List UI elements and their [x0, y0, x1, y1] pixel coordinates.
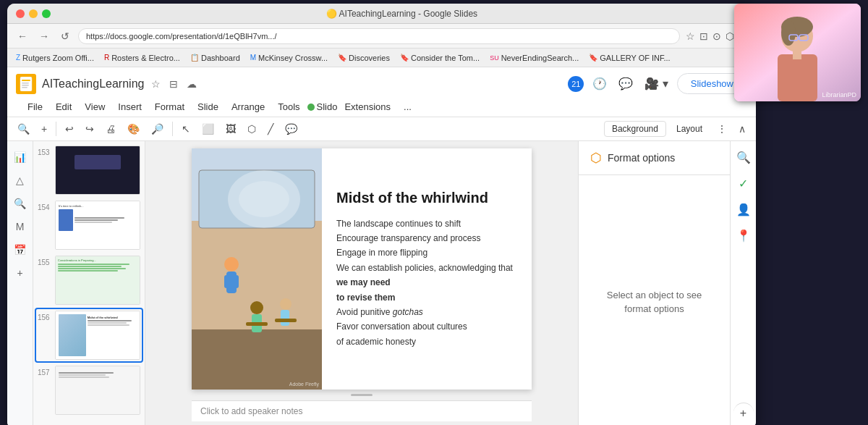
bookmark-rosters[interactable]: R Rosters & Electro... — [101, 52, 183, 64]
thumb-157-content — [56, 366, 140, 414]
maps-button[interactable]: 📍 — [733, 225, 754, 245]
toolbar: 🔍 + ↩ ↪ 🖨 🎨 🔎 ↖ ⬜ 🖼 ⬡ ╱ 💬 Background Lay… — [7, 117, 756, 141]
bookmark-rosters-icon: R — [104, 54, 109, 62]
more-options-button[interactable]: ⋮ — [712, 120, 731, 138]
add-slide-button[interactable]: + — [36, 419, 142, 425]
bookmark-never[interactable]: SU NeverEndingSearch... — [487, 52, 582, 64]
present-button[interactable]: 🎥 ▾ — [642, 74, 671, 93]
app-title-row: AITeachingLearning ☆ ⊟ ☁ 21 🕐 💬 🎥 ▾ Slid… — [16, 70, 747, 97]
back-button[interactable]: ← — [14, 29, 30, 43]
slide-thumbnail-153[interactable]: 153 — [36, 144, 142, 196]
print-button[interactable]: 🖨 — [101, 120, 120, 138]
menu-arrange[interactable]: Arrange — [226, 98, 271, 115]
drive-button[interactable]: ⊟ — [168, 77, 179, 91]
traffic-lights — [16, 9, 51, 18]
bookmark-icon[interactable]: ⊡ — [699, 30, 708, 42]
bookmark-gallery[interactable]: 🔖 GALLERY OF INF... — [586, 52, 673, 64]
comments-button[interactable]: 💬 — [616, 74, 636, 93]
thumb-155-content: Considerations in Preparing... — [56, 256, 140, 304]
bookmark-discoveries-label: Discoveries — [349, 54, 390, 62]
sidebar-tool-sheets[interactable]: 📊 — [10, 147, 30, 167]
layout-button[interactable]: Layout — [669, 122, 710, 136]
add-button[interactable]: + — [37, 120, 51, 138]
slido-button[interactable]: Slido — [307, 101, 338, 112]
text-box-button[interactable]: ⬜ — [197, 120, 218, 138]
close-window-btn[interactable] — [16, 9, 25, 18]
star-doc-button[interactable]: ☆ — [150, 77, 162, 91]
extensions-icon[interactable]: ⬡ — [726, 30, 734, 42]
sidebar-tool-search[interactable]: 🔍 — [10, 193, 30, 214]
cloud-button[interactable]: ☁ — [185, 77, 198, 91]
menu-format[interactable]: Format — [149, 98, 190, 115]
collapse-button[interactable]: ∧ — [734, 120, 750, 138]
explore-button[interactable]: 🔍 — [733, 147, 754, 167]
svg-point-15 — [250, 301, 263, 314]
menu-more[interactable]: ... — [398, 98, 417, 115]
contacts-button[interactable]: 👤 — [733, 199, 754, 219]
format-panel: ⬡ Format options Select an object to see… — [578, 141, 730, 425]
svg-rect-29 — [793, 51, 801, 59]
slide-thumb-img-153 — [55, 146, 140, 195]
slide-thumbnail-155[interactable]: 155 Considerations in Preparing... — [36, 254, 142, 306]
svg-point-17 — [280, 298, 292, 310]
background-button[interactable]: Background — [604, 121, 666, 137]
slide-thumbnail-154[interactable]: 154 It's time to rethink... — [36, 199, 142, 251]
history-icon[interactable]: ⊙ — [712, 30, 721, 42]
webcam-overlay: LibrarianPD — [734, 4, 861, 101]
comment-button[interactable]: 💬 — [281, 120, 302, 138]
zoom-button[interactable]: 🔎 — [147, 120, 168, 138]
star-icon[interactable]: ☆ — [686, 30, 695, 42]
title-bar: 🟡 AITeachingLearning - Google Slides — [7, 4, 756, 24]
menu-tools[interactable]: Tools — [272, 98, 305, 115]
divider-1 — [56, 122, 56, 136]
undo-button[interactable]: ↩ — [61, 120, 78, 138]
bookmark-discoveries[interactable]: 🔖 Discoveries — [335, 52, 393, 64]
minimize-window-btn[interactable] — [29, 9, 38, 18]
maximize-window-btn[interactable] — [42, 9, 51, 18]
sidebar-tool-calendar[interactable]: 📅 — [10, 240, 30, 260]
bookmark-dashboard-icon: 📋 — [190, 54, 199, 62]
line-button[interactable]: ╱ — [263, 120, 278, 138]
paint-format-button[interactable]: 🎨 — [123, 120, 144, 138]
slide-canvas[interactable]: Adobe Firefly Midst of the whirlwind The… — [192, 148, 532, 390]
sidebar-tool-gmail[interactable]: M — [10, 216, 30, 237]
shape-button[interactable]: ⬡ — [243, 120, 260, 138]
sidebar-tool-drive[interactable]: △ — [10, 170, 30, 190]
slide-thumbnail-156[interactable]: 156 Midst of the whirlwind — [36, 309, 142, 361]
menu-extensions[interactable]: Extensions — [339, 98, 396, 115]
speaker-notes[interactable]: Click to add speaker notes — [192, 400, 532, 421]
tasks-button[interactable]: ✓ — [733, 173, 754, 193]
slides-app: AITeachingLearning ☆ ⊟ ☁ 21 🕐 💬 🎥 ▾ Slid… — [7, 67, 756, 425]
menu-file[interactable]: File — [22, 98, 48, 115]
sidebar-tool-add[interactable]: + — [10, 263, 30, 283]
svg-rect-19 — [246, 322, 268, 326]
forward-button[interactable]: → — [36, 29, 52, 43]
url-input[interactable]: https://docs.google.com/presentation/d/1… — [78, 28, 680, 44]
select-button[interactable]: ↖ — [177, 120, 195, 138]
bookmark-consider[interactable]: 🔖 Consider the Tom... — [397, 52, 482, 64]
zoom-out-button[interactable]: 🔍 — [13, 120, 34, 138]
slide-thumbnail-157[interactable]: 157 — [36, 364, 142, 416]
slide-page-indicator — [351, 394, 373, 396]
svg-point-24 — [781, 20, 796, 46]
reload-button[interactable]: ↺ — [58, 29, 72, 43]
svg-rect-1 — [22, 80, 30, 81]
add-apps-button[interactable]: + — [733, 403, 754, 423]
history-button[interactable]: 🕐 — [590, 74, 610, 93]
webcam-background: LibrarianPD — [734, 4, 861, 101]
menu-insert[interactable]: Insert — [112, 98, 148, 115]
svg-rect-7 — [192, 329, 322, 390]
slide-number-154: 154 — [38, 201, 52, 211]
redo-button[interactable]: ↪ — [81, 120, 98, 138]
bookmark-zoom[interactable]: Z Rutgers Zoom Offi... — [13, 52, 97, 64]
url-text: https://docs.google.com/presentation/d/1… — [86, 32, 277, 41]
svg-rect-4 — [22, 87, 27, 88]
menu-slide[interactable]: Slide — [192, 98, 224, 115]
menu-edit[interactable]: Edit — [50, 98, 77, 115]
slide-image-area: Adobe Firefly — [192, 148, 322, 390]
bookmark-dashboard[interactable]: 📋 Dashboard — [187, 52, 243, 64]
menu-view[interactable]: View — [79, 98, 111, 115]
bookmark-never-icon: SU — [490, 54, 499, 62]
bookmark-mckinsey[interactable]: M McKinsey Crossw... — [247, 52, 331, 64]
image-button[interactable]: 🖼 — [221, 120, 240, 138]
